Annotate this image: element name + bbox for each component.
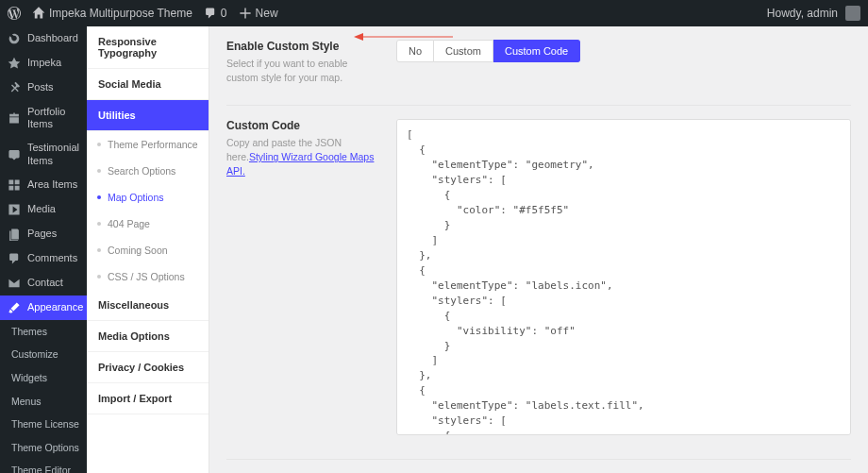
submenu-editor[interactable]: Theme Editor	[0, 459, 87, 473]
comments-count[interactable]: 0	[204, 7, 227, 20]
menu-appearance[interactable]: Appearance	[0, 296, 87, 320]
submenu-widgets[interactable]: Widgets	[0, 366, 87, 390]
home-icon	[32, 7, 45, 20]
new-content[interactable]: New	[239, 7, 278, 20]
cat-responsive-typography[interactable]: Responsive Typography	[87, 26, 209, 69]
menu-dashboard[interactable]: Dashboard	[0, 26, 87, 51]
testimonial-icon	[8, 148, 21, 161]
pin-icon	[8, 81, 21, 94]
opt-desc: Select if you want to enable custom styl…	[226, 57, 377, 84]
menu-testimonial[interactable]: Testimonial Items	[0, 136, 87, 172]
custom-code-textarea[interactable]	[396, 119, 851, 435]
comment-icon	[204, 7, 217, 20]
menu-posts[interactable]: Posts	[0, 76, 87, 100]
site-name[interactable]: Impeka Multipurpose Theme	[32, 7, 192, 20]
media-icon	[8, 203, 21, 216]
menu-portfolio[interactable]: Portfolio Items	[0, 100, 87, 136]
dashboard-icon	[8, 32, 21, 45]
sub-map-options[interactable]: Map Options	[87, 184, 209, 211]
submenu-options[interactable]: Theme Options	[0, 436, 87, 460]
brush-icon	[8, 301, 21, 314]
cat-privacy-cookies[interactable]: Privacy / Cookies	[87, 352, 209, 383]
cat-import-export[interactable]: Import / Export	[87, 383, 209, 414]
menu-contact[interactable]: Contact	[0, 271, 87, 296]
annotation-arrow	[354, 28, 453, 45]
submenu-license[interactable]: Theme License	[0, 413, 87, 436]
submenu-menus[interactable]: Menus	[0, 390, 87, 414]
sub-theme-performance[interactable]: Theme Performance	[87, 131, 209, 158]
submenu-themes[interactable]: Themes	[0, 320, 87, 344]
sub-css-js-options[interactable]: CSS / JS Options	[87, 263, 209, 290]
portfolio-icon	[8, 111, 21, 125]
option-custom-code: Custom Code Copy and paste the JSON here…	[226, 106, 851, 460]
style-button-group: No Custom Custom Code	[396, 40, 851, 62]
sub-search-options[interactable]: Search Options	[87, 158, 209, 184]
howdy-user[interactable]: Howdy, admin	[767, 6, 860, 21]
svg-marker-5	[354, 33, 363, 41]
opt-desc: Copy and paste the JSON here.Styling Wiz…	[226, 136, 377, 177]
comments-icon	[8, 252, 21, 265]
menu-media[interactable]: Media	[0, 197, 87, 222]
styling-wizard-link[interactable]: Styling Wizard Google Maps API.	[226, 151, 374, 177]
wp-admin-bar: Impeka Multipurpose Theme 0 New Howdy, a…	[0, 0, 868, 26]
cat-miscellaneous[interactable]: Miscellaneous	[87, 290, 209, 321]
avatar	[845, 6, 860, 21]
opt-title: Custom Code	[226, 119, 377, 132]
star-icon	[8, 57, 21, 70]
sub-404-page[interactable]: 404 Page	[87, 211, 209, 237]
theme-options-sidebar: Responsive Typography Social Media Utili…	[87, 26, 209, 473]
option-zoom-control: Enable Zoom Control Select if you want t…	[226, 460, 851, 473]
menu-comments[interactable]: Comments	[0, 246, 87, 271]
sub-coming-soon[interactable]: Coming Soon	[87, 237, 209, 263]
cat-social-media[interactable]: Social Media	[87, 69, 209, 100]
plus-icon	[239, 7, 252, 20]
menu-impeka[interactable]: Impeka	[0, 51, 87, 76]
option-custom-style: Enable Custom Style Select if you want t…	[226, 26, 851, 106]
mail-icon	[8, 277, 21, 290]
btn-custom-code[interactable]: Custom Code	[493, 40, 580, 62]
area-icon	[8, 178, 21, 192]
pages-icon	[8, 228, 21, 241]
options-content: Enable Custom Style Select if you want t…	[209, 26, 868, 473]
menu-area[interactable]: Area Items	[0, 173, 87, 197]
wp-admin-menu: Dashboard Impeka Posts Portfolio Items T…	[0, 26, 87, 473]
cat-media-options[interactable]: Media Options	[87, 321, 209, 352]
menu-pages[interactable]: Pages	[0, 222, 87, 246]
wp-logo[interactable]	[8, 7, 21, 20]
cat-utilities[interactable]: Utilities	[87, 100, 209, 131]
submenu-customize[interactable]: Customize	[0, 343, 87, 366]
